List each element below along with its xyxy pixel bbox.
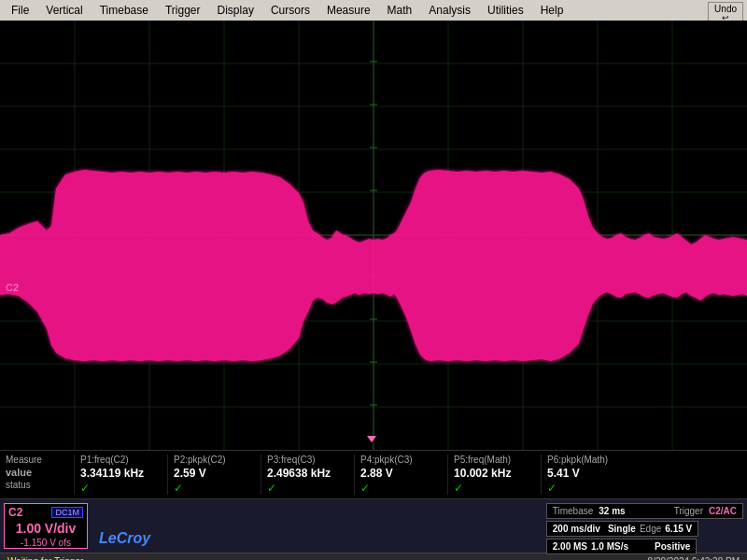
p3-status: ✓ — [267, 482, 276, 495]
p4-status: ✓ — [360, 482, 370, 495]
channel-coupling: DC1M — [51, 507, 83, 518]
measure-p4: P4:pkpk(C3) 2.88 V ✓ — [355, 455, 448, 495]
p1-status: ✓ — [80, 482, 90, 495]
tb-edge-label: Edge — [640, 524, 661, 534]
trigger-source: C2/AC — [709, 506, 737, 516]
timebase-label: Timebase — [553, 506, 594, 516]
p6-value: 5.41 V — [547, 467, 580, 480]
status-waiting-text: Waiting for Trigger — [7, 556, 83, 560]
tb-edge-value: 6.15 V — [665, 524, 692, 534]
tb-trigger-row3: 2.00 MS 1.0 MS/s Positive — [546, 539, 743, 554]
channel-volt-div: 1.00 V/div — [8, 521, 83, 536]
timebase-trigger-panel: Timebase 32 ms Trigger C2/AC 200 ms/div … — [546, 503, 743, 549]
status-datetime: 8/20/2024 6:42:38 PM — [648, 556, 740, 560]
p3-value: 2.49638 kHz — [267, 467, 331, 480]
measure-p6: P6:pkpk(Math) 5.41 V ✓ — [542, 455, 635, 495]
tb-rate-val: 1.0 MS/s — [591, 541, 628, 552]
channel-info-box[interactable]: C2 DC1M 1.00 V/div -1.150 V ofs — [4, 503, 88, 549]
menu-file[interactable]: File — [4, 2, 36, 19]
p3-name: P3:freq(C3) — [267, 455, 316, 465]
timebase-value: 32 ms — [599, 506, 625, 516]
tb-trigger-row2: 200 ms/div Single Edge 6.15 V — [546, 521, 743, 537]
measure-p2: P2:pkpk(C2) 2.59 V ✓ — [168, 455, 261, 495]
menu-math[interactable]: Math — [380, 2, 420, 19]
tb-mode: Single — [608, 524, 636, 534]
timebase-box[interactable]: Timebase 32 ms Trigger C2/AC — [546, 503, 743, 519]
menu-bar: File Vertical Timebase Trigger Display C… — [0, 0, 747, 21]
p5-name: P5:freq(Math) — [454, 455, 511, 465]
measure-title: Measure — [6, 455, 42, 465]
svg-marker-26 — [367, 436, 376, 442]
p4-value: 2.88 V — [360, 467, 393, 480]
bottom-info-bar: C2 DC1M 1.00 V/div -1.150 V ofs LeCroy T… — [0, 498, 747, 553]
lecroy-logo: LeCroy — [92, 499, 158, 553]
p6-status: ✓ — [547, 482, 557, 495]
tb-slope-val: Positive — [655, 541, 690, 552]
tb-trigger-row1: Timebase 32 ms Trigger C2/AC — [546, 503, 743, 519]
channel-label: C2 — [6, 282, 19, 293]
spacer — [158, 499, 546, 553]
menu-timebase[interactable]: Timebase — [92, 2, 156, 19]
p6-name: P6:pkpk(Math) — [547, 455, 608, 465]
tb-sample-box[interactable]: 2.00 MS 1.0 MS/s Positive — [546, 539, 698, 554]
p1-name: P1:freq(C2) — [80, 455, 129, 465]
p1-value: 3.34119 kHz — [80, 467, 144, 480]
menu-measure[interactable]: Measure — [319, 2, 378, 19]
measure-value-label: value — [6, 467, 32, 478]
p4-name: P4:pkpk(C3) — [360, 455, 413, 465]
menu-trigger[interactable]: Trigger — [158, 2, 208, 19]
p2-name: P2:pkpk(C2) — [174, 455, 226, 465]
p5-value: 10.002 kHz — [454, 467, 511, 480]
p2-status: ✓ — [174, 482, 183, 495]
menu-cursors[interactable]: Cursors — [263, 2, 317, 19]
p5-status: ✓ — [454, 482, 463, 495]
menu-analysis[interactable]: Analysis — [421, 2, 478, 19]
tb-sample-val: 2.00 MS — [553, 541, 587, 552]
measure-label-col: Measure value status — [0, 455, 75, 495]
channel-offset: -1.150 V ofs — [8, 538, 83, 548]
menu-display[interactable]: Display — [210, 2, 261, 19]
measure-p5: P5:freq(Math) 10.002 kHz ✓ — [448, 455, 542, 495]
measure-status-label: status — [6, 480, 31, 490]
measurement-bar: Measure value status P1:freq(C2) 3.34119… — [0, 450, 747, 498]
tb-details-box[interactable]: 200 ms/div Single Edge 6.15 V — [546, 521, 698, 537]
measure-p3: P3:freq(C3) 2.49638 kHz ✓ — [261, 455, 355, 495]
menu-utilities[interactable]: Utilities — [480, 2, 531, 19]
channel-name: C2 — [8, 506, 22, 519]
trigger-label: Trigger — [674, 506, 703, 516]
channel-info-top: C2 DC1M — [8, 506, 83, 519]
scope-screen: C2 — [0, 21, 747, 450]
p2-value: 2.59 V — [174, 467, 206, 480]
menu-help[interactable]: Help — [533, 2, 571, 19]
menu-vertical[interactable]: Vertical — [38, 2, 90, 19]
measure-p1: P1:freq(C2) 3.34119 kHz ✓ — [75, 455, 168, 495]
waveform-channel2 — [0, 21, 747, 450]
tb-per-div: 200 ms/div — [553, 524, 600, 534]
